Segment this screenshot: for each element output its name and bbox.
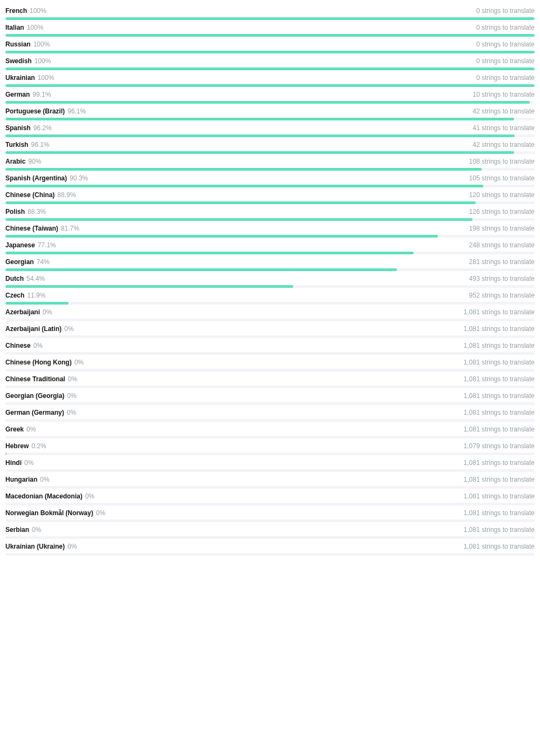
language-header: Turkish96.1%42 strings to translate — [5, 141, 535, 148]
language-row[interactable]: Chinese (Hong Kong)0%1,081 strings to tr… — [5, 355, 535, 372]
language-row[interactable]: Georgian74%281 strings to translate — [5, 254, 535, 271]
language-row[interactable]: Hungarian0%1,081 strings to translate — [5, 472, 535, 489]
strings-remaining: 1,081 strings to translate — [464, 543, 535, 550]
language-name[interactable]: German — [5, 91, 30, 98]
language-row[interactable]: Chinese (Taiwan)81.7%198 strings to tran… — [5, 221, 535, 238]
language-name[interactable]: Hebrew — [5, 442, 29, 450]
language-name[interactable]: Italian — [5, 24, 24, 31]
language-left: Swedish100% — [5, 57, 51, 65]
remaining-suffix: strings to translate — [482, 375, 535, 383]
language-name[interactable]: Azerbaijani — [5, 308, 40, 316]
remaining-suffix: strings to translate — [482, 158, 535, 165]
remaining-count: 1,081 — [464, 426, 480, 433]
remaining-count: 1,081 — [464, 359, 480, 366]
language-name[interactable]: Chinese — [5, 342, 31, 349]
language-row[interactable]: Chinese (China)88.9%120 strings to trans… — [5, 187, 535, 204]
language-header: Hindi0%1,081 strings to translate — [5, 459, 535, 467]
language-row[interactable]: Arabic90%108 strings to translate — [5, 154, 535, 171]
language-row[interactable]: Italian100%0 strings to translate — [5, 20, 535, 37]
remaining-suffix: strings to translate — [482, 191, 535, 199]
language-row[interactable]: Czech11.9%952 strings to translate — [5, 288, 535, 305]
language-row[interactable]: Russian100%0 strings to translate — [5, 37, 535, 53]
language-row[interactable]: Chinese0%1,081 strings to translate — [5, 338, 535, 355]
remaining-suffix: strings to translate — [482, 174, 535, 182]
language-name[interactable]: Ukrainian — [5, 74, 35, 82]
language-header: Azerbaijani (Latin)0%1,081 strings to tr… — [5, 325, 535, 333]
language-row[interactable]: Norwegian Bokmål (Norway)0%1,081 strings… — [5, 505, 535, 522]
remaining-count: 1,081 — [464, 392, 480, 400]
language-name[interactable]: Spanish (Argentina) — [5, 174, 67, 182]
language-row[interactable]: Ukrainian (Ukraine)0%1,081 strings to tr… — [5, 539, 535, 556]
language-row[interactable]: Dutch54.4%493 strings to translate — [5, 271, 535, 288]
language-header: Chinese (Taiwan)81.7%198 strings to tran… — [5, 225, 535, 232]
language-row[interactable]: German99.1%10 strings to translate — [5, 87, 535, 104]
language-name[interactable]: Arabic — [5, 158, 25, 165]
strings-remaining: 120 strings to translate — [469, 191, 535, 199]
strings-remaining: 1,081 strings to translate — [464, 392, 535, 400]
language-name[interactable]: Macedonian (Macedonia) — [5, 492, 83, 500]
language-name[interactable]: Portuguese (Brazil) — [5, 107, 65, 115]
language-row[interactable]: Spanish96.2%41 strings to translate — [5, 120, 535, 137]
language-name[interactable]: Chinese (China) — [5, 191, 55, 199]
language-row[interactable]: German (Germany)0%1,081 strings to trans… — [5, 405, 535, 422]
language-name[interactable]: Georgian (Georgia) — [5, 392, 64, 400]
language-name[interactable]: Hungarian — [5, 476, 37, 483]
language-name[interactable]: Chinese (Hong Kong) — [5, 359, 72, 366]
strings-remaining: 0 strings to translate — [476, 24, 535, 31]
strings-remaining: 1,081 strings to translate — [464, 375, 535, 383]
language-name[interactable]: Georgian — [5, 258, 34, 266]
strings-remaining: 493 strings to translate — [469, 275, 535, 282]
language-name[interactable]: Turkish — [5, 141, 28, 148]
remaining-count: 1,081 — [464, 308, 480, 316]
language-percentage: 0% — [75, 359, 84, 366]
language-name[interactable]: Chinese (Taiwan) — [5, 225, 58, 232]
language-row[interactable]: Azerbaijani (Latin)0%1,081 strings to tr… — [5, 321, 535, 338]
language-percentage: 100% — [27, 24, 44, 31]
remaining-suffix: strings to translate — [482, 426, 535, 433]
language-left: Hungarian0% — [5, 476, 50, 483]
language-left: Spanish96.2% — [5, 124, 52, 132]
language-name[interactable]: French — [5, 7, 27, 15]
language-row[interactable]: Macedonian (Macedonia)0%1,081 strings to… — [5, 489, 535, 505]
remaining-count: 1,081 — [464, 476, 480, 483]
language-row[interactable]: Polish88.3%126 strings to translate — [5, 204, 535, 221]
language-row[interactable]: Spanish (Argentina)90.3%105 strings to t… — [5, 171, 535, 187]
language-row[interactable]: French100%0 strings to translate — [5, 3, 535, 20]
language-name[interactable]: Ukrainian (Ukraine) — [5, 543, 65, 550]
language-row[interactable]: Georgian (Georgia)0%1,081 strings to tra… — [5, 388, 535, 405]
language-name[interactable]: Russian — [5, 40, 31, 48]
language-row[interactable]: Azerbaijani0%1,081 strings to translate — [5, 305, 535, 321]
language-row[interactable]: Ukrainian100%0 strings to translate — [5, 70, 535, 87]
remaining-suffix: strings to translate — [482, 392, 535, 400]
language-name[interactable]: Spanish — [5, 124, 31, 132]
strings-remaining: 0 strings to translate — [476, 40, 535, 48]
language-name[interactable]: Greek — [5, 426, 24, 433]
language-row[interactable]: Japanese77.1%248 strings to translate — [5, 238, 535, 254]
language-name[interactable]: Hindi — [5, 459, 22, 467]
language-row[interactable]: Portuguese (Brazil)96.1%42 strings to tr… — [5, 104, 535, 120]
language-row[interactable]: Swedish100%0 strings to translate — [5, 53, 535, 70]
remaining-count: 42 — [473, 107, 480, 115]
language-name[interactable]: Swedish — [5, 57, 32, 65]
language-name[interactable]: Dutch — [5, 275, 24, 282]
language-name[interactable]: Serbian — [5, 526, 29, 534]
language-row[interactable]: Serbian0%1,081 strings to translate — [5, 522, 535, 539]
language-row[interactable]: Hebrew0.2%1,079 strings to translate — [5, 438, 535, 455]
remaining-suffix: strings to translate — [482, 124, 535, 132]
language-name[interactable]: Japanese — [5, 241, 35, 249]
language-name[interactable]: Czech — [5, 292, 24, 299]
language-name[interactable]: German (Germany) — [5, 409, 64, 416]
language-left: Portuguese (Brazil)96.1% — [5, 107, 86, 115]
language-row[interactable]: Turkish96.1%42 strings to translate — [5, 137, 535, 154]
language-name[interactable]: Polish — [5, 208, 25, 215]
language-percentage: 0% — [85, 492, 94, 500]
language-name[interactable]: Norwegian Bokmål (Norway) — [5, 509, 93, 517]
language-name[interactable]: Chinese Traditional — [5, 375, 65, 383]
language-row[interactable]: Chinese Traditional0%1,081 strings to tr… — [5, 372, 535, 388]
language-row[interactable]: Greek0%1,081 strings to translate — [5, 422, 535, 438]
language-left: Chinese Traditional0% — [5, 375, 77, 383]
remaining-count: 41 — [473, 124, 480, 132]
language-row[interactable]: Hindi0%1,081 strings to translate — [5, 455, 535, 472]
language-name[interactable]: Azerbaijani (Latin) — [5, 325, 62, 333]
strings-remaining: 281 strings to translate — [469, 258, 535, 266]
